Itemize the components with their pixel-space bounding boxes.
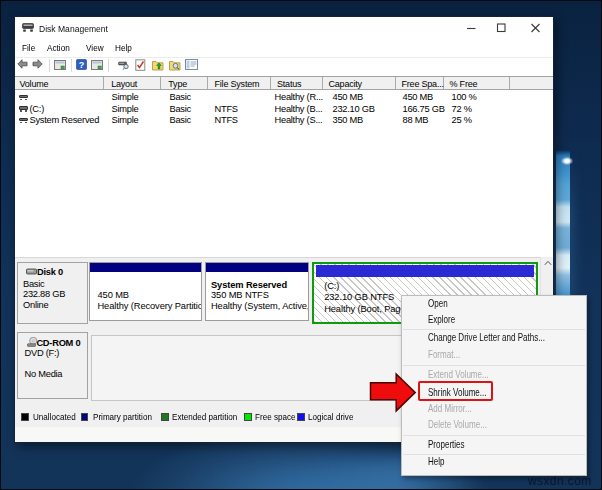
svg-text:?: ? <box>79 60 85 70</box>
